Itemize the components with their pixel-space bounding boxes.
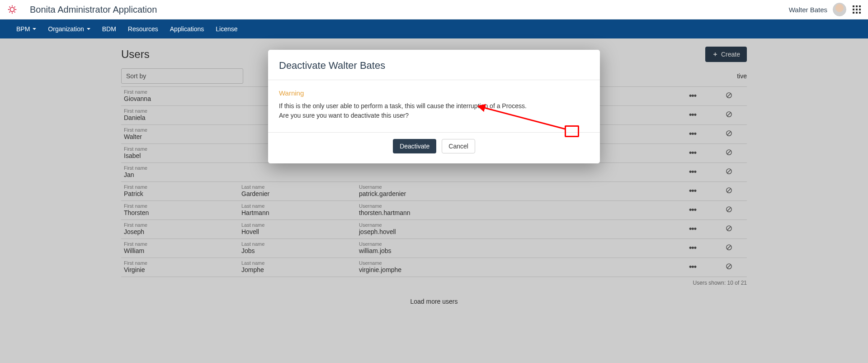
svg-point-0 [10, 7, 14, 11]
nav-item-organization[interactable]: Organization [48, 25, 90, 33]
nav-item-label: Applications [170, 25, 204, 33]
nav-item-bpm[interactable]: BPM [16, 25, 36, 33]
cancel-button[interactable]: Cancel [442, 139, 475, 153]
nav-item-license[interactable]: License [216, 25, 237, 33]
chevron-down-icon [33, 28, 36, 30]
deactivate-button[interactable]: Deactivate [393, 139, 436, 153]
current-user-name[interactable]: Walter Bates [789, 6, 827, 14]
nav-item-resources[interactable]: Resources [128, 25, 158, 33]
svg-line-22 [482, 107, 565, 129]
modal-title: Deactivate Walter Bates [279, 60, 589, 72]
main-nav: BPMOrganizationBDMResourcesApplicationsL… [0, 19, 868, 38]
cancel-button-label: Cancel [448, 143, 468, 150]
top-header: Bonita Administrator Application Walter … [0, 0, 868, 19]
nav-item-applications[interactable]: Applications [170, 25, 204, 33]
warning-label: Warning [279, 89, 589, 97]
nav-item-label: BPM [16, 25, 30, 33]
app-switcher-icon[interactable] [853, 5, 861, 14]
chevron-down-icon [87, 28, 90, 30]
nav-item-label: License [216, 25, 237, 33]
nav-item-label: Organization [48, 25, 84, 33]
nav-item-label: Resources [128, 25, 158, 33]
nav-item-bdm[interactable]: BDM [102, 25, 116, 33]
annotation-arrow [477, 102, 567, 134]
nav-item-label: BDM [102, 25, 116, 33]
bonita-logo-icon [7, 5, 17, 14]
avatar[interactable] [833, 3, 846, 16]
app-title: Bonita Administrator Application [30, 5, 157, 15]
deactivate-button-label: Deactivate [400, 143, 429, 150]
